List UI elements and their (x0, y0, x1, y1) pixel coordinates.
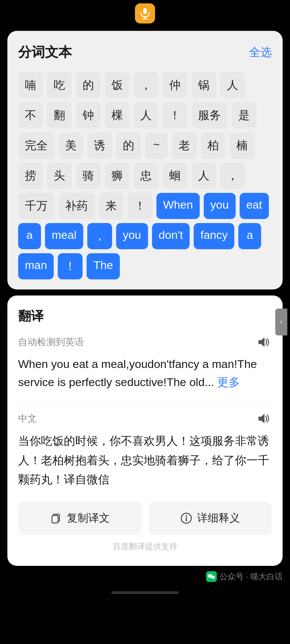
word-chip[interactable]: 棵 (105, 102, 130, 128)
english-lang-row: 自动检测到英语 (18, 334, 272, 350)
word-chip[interactable]: ！ (58, 253, 83, 279)
svg-rect-5 (258, 417, 261, 421)
svg-point-16 (211, 576, 215, 579)
word-chip[interactable]: 忠 (134, 163, 158, 189)
side-arrow[interactable]: ‹ (275, 309, 287, 335)
word-chip[interactable]: 的 (116, 132, 141, 159)
word-chip[interactable]: 老 (172, 132, 197, 159)
word-chip[interactable]: 钟 (76, 102, 101, 128)
segment-card: 分词文本 全选 喃吃的饭，仲锅人不翻钟棵人！服务是完全美诱的~老柏楠捞头骑狮忠蛔… (7, 31, 283, 289)
word-chip[interactable]: 来 (99, 193, 124, 219)
word-chip[interactable]: you (116, 223, 148, 249)
card-title: 分词文本 (18, 43, 72, 61)
word-chip[interactable]: fancy (194, 223, 234, 249)
word-chip[interactable]: 人 (191, 163, 216, 189)
word-chip[interactable]: a (238, 223, 261, 249)
word-chip[interactable]: 楠 (230, 132, 254, 159)
card-header: 分词文本 全选 (18, 43, 272, 61)
word-chip[interactable]: 吃 (47, 72, 72, 98)
word-chip[interactable]: 完全 (18, 132, 54, 159)
word-chip[interactable]: 是 (232, 102, 256, 128)
word-chip[interactable]: 仲 (162, 72, 187, 98)
word-chip[interactable]: ~ (145, 132, 168, 159)
svg-rect-8 (52, 516, 58, 523)
word-chip[interactable]: 蛔 (162, 163, 187, 189)
word-chip[interactable]: ， (220, 163, 245, 189)
word-chip[interactable]: ！ (128, 193, 152, 219)
word-chip[interactable]: 捞 (18, 163, 43, 189)
chinese-lang-row: 中文 (18, 411, 272, 427)
svg-rect-0 (143, 8, 147, 14)
word-chip[interactable]: The (87, 253, 120, 279)
svg-rect-3 (258, 340, 261, 344)
word-chip[interactable]: a (18, 223, 41, 249)
word-grid: 喃吃的饭，仲锅人不翻钟棵人！服务是完全美诱的~老柏楠捞头骑狮忠蛔人，千万补药来！… (18, 72, 272, 279)
status-bar (0, 0, 290, 27)
wechat-icon (206, 571, 217, 582)
svg-point-18 (213, 577, 214, 578)
translation-card: 翻译 自动检测到英语 When you eat a meal,youdon'tf… (7, 296, 283, 566)
word-chip[interactable]: 的 (76, 72, 101, 98)
copy-button[interactable]: 复制译文 (18, 501, 142, 535)
word-chip[interactable]: ， (134, 72, 158, 98)
english-lang-label: 自动检测到英语 (18, 336, 84, 348)
word-chip[interactable]: 锅 (191, 72, 216, 98)
word-chip[interactable]: ！ (162, 102, 187, 128)
action-buttons: 复制译文 详细释义 (18, 501, 272, 535)
word-chip[interactable]: ， (87, 223, 112, 249)
mic-svg (139, 7, 151, 19)
chinese-lang-label: 中文 (18, 412, 37, 425)
word-chip[interactable]: 人 (134, 102, 158, 128)
select-all-button[interactable]: 全选 (249, 45, 272, 60)
word-chip[interactable]: 饭 (105, 72, 130, 98)
word-chip[interactable]: 柏 (201, 132, 226, 159)
word-chip[interactable]: 翻 (47, 102, 72, 128)
english-speaker-icon[interactable] (256, 334, 272, 350)
chinese-speaker-icon[interactable] (256, 411, 272, 427)
svg-point-11 (186, 515, 187, 517)
word-chip[interactable]: you (204, 193, 236, 219)
word-chip[interactable]: 骑 (76, 163, 101, 189)
home-indicator (111, 591, 179, 594)
svg-marker-6 (261, 414, 264, 423)
word-chip[interactable]: don't (152, 223, 190, 249)
word-chip[interactable]: 千万 (18, 193, 54, 219)
copy-icon (50, 512, 62, 524)
wechat-label: 公众号 · 喵大白话 (220, 571, 283, 582)
word-chip[interactable]: 美 (58, 132, 83, 159)
word-chip[interactable]: 服务 (191, 102, 228, 128)
word-chip[interactable]: 狮 (105, 163, 130, 189)
word-chip[interactable]: 诱 (87, 132, 112, 159)
word-chip[interactable]: man (18, 253, 54, 279)
word-chip[interactable]: When (156, 193, 200, 219)
english-translation-text: When you eat a meal,youdon'tfancy a man!… (18, 355, 272, 391)
source-note: 百度翻译提供支持 (18, 541, 272, 555)
mic-icon (135, 3, 155, 23)
word-chip[interactable]: meal (45, 223, 83, 249)
detail-button[interactable]: 详细释义 (148, 501, 272, 535)
section-divider (18, 401, 272, 401)
more-link[interactable]: 更多 (217, 376, 240, 388)
word-chip[interactable]: 补药 (58, 193, 95, 219)
bottom-bar: 公众号 · 喵大白话 (7, 566, 283, 585)
svg-marker-4 (261, 337, 264, 347)
word-chip[interactable]: 不 (18, 102, 43, 128)
chinese-translation-text: 当你吃饭的时候，你不喜欢男人！这项服务非常诱人！老柏树抱着头，忠实地骑着狮子，给… (18, 431, 272, 489)
word-chip[interactable]: eat (240, 193, 269, 219)
word-chip[interactable]: 头 (47, 163, 72, 189)
info-icon (180, 512, 192, 524)
svg-point-15 (210, 576, 211, 576)
word-chip[interactable]: 喃 (18, 72, 43, 98)
translation-title: 翻译 (18, 308, 272, 325)
svg-point-17 (212, 577, 213, 578)
word-chip[interactable]: 人 (220, 72, 245, 98)
svg-point-14 (209, 576, 210, 576)
